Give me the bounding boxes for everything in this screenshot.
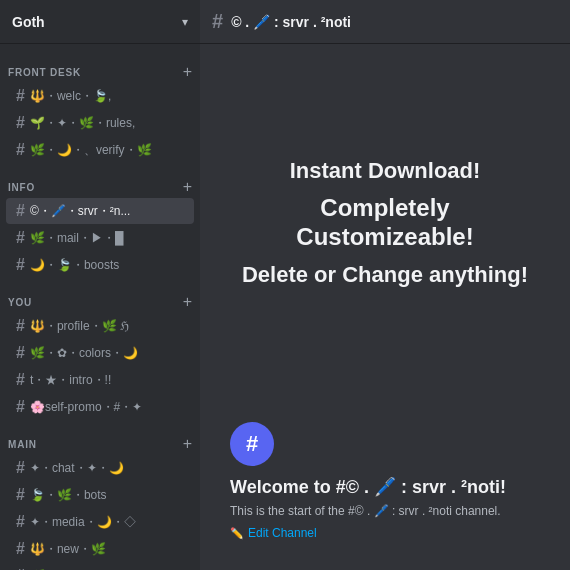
channel-name: ✦・media・🌙・◇ xyxy=(30,514,186,531)
channel-name: 🌙・🍃・boosts xyxy=(30,257,186,274)
server-name: Goth xyxy=(12,14,45,30)
welcome-hash-icon: # xyxy=(246,431,258,457)
hash-icon: # xyxy=(16,513,25,531)
server-header[interactable]: Goth ▾ xyxy=(0,0,200,44)
category-front-desk: FRONT DESK + # 🔱・welc・🍃, # 🌱・✦・🌿・rules, … xyxy=(0,60,200,163)
channel-list: FRONT DESK + # 🔱・welc・🍃, # 🌱・✦・🌿・rules, … xyxy=(0,44,200,570)
channel-item[interactable]: # ✦・media・🌙・◇ xyxy=(6,509,194,535)
category-label: INFO xyxy=(8,182,35,193)
channel-item[interactable]: # 🌿・🌙・、verify・🌿 xyxy=(6,137,194,163)
hash-icon: # xyxy=(16,371,25,389)
hash-icon: # xyxy=(16,256,25,274)
channel-item[interactable]: # 🌱・✦・🌿・rules, xyxy=(6,110,194,136)
content-area: Instant Download! Completely Customizeab… xyxy=(200,44,570,570)
channel-item[interactable]: # 🌙・🍃・boosts xyxy=(6,252,194,278)
hash-icon: # xyxy=(16,398,25,416)
channel-name: 🌿・✿・colors・🌙 xyxy=(30,345,186,362)
category-info: INFO + # ©️・🖊️・srvr・²n... # 🌿・mail・▶・█ #… xyxy=(0,175,200,278)
channel-item-active[interactable]: # ©️・🖊️・srvr・²n... xyxy=(6,198,194,224)
hash-icon: # xyxy=(16,114,25,132)
channel-item[interactable]: # 🌿・✦・new・★ xyxy=(6,563,194,570)
hash-icon: # xyxy=(16,459,25,477)
category-header[interactable]: FRONT DESK + xyxy=(0,60,200,82)
promo-line-3: Delete or Change anything! xyxy=(242,262,528,288)
channel-header: # ©️ . 🖊️ : srvr . ²noti xyxy=(200,0,570,44)
hash-icon: # xyxy=(16,87,25,105)
category-label: MAIN xyxy=(8,439,37,450)
channel-item[interactable]: # ✦・chat・✦・🌙 xyxy=(6,455,194,481)
add-channel-icon[interactable]: + xyxy=(183,64,192,80)
channel-item[interactable]: # 🔱・welc・🍃, xyxy=(6,83,194,109)
add-channel-icon[interactable]: + xyxy=(183,436,192,452)
category-header[interactable]: MAIN + xyxy=(0,432,200,454)
category-header[interactable]: INFO + xyxy=(0,175,200,197)
promo-line-1: Instant Download! xyxy=(290,158,481,184)
welcome-section: # Welcome to #©️ . 🖊️ : srvr . ²noti! Th… xyxy=(230,402,540,540)
channel-name: 🌱・✦・🌿・rules, xyxy=(30,115,186,132)
channel-name: 🌿・mail・▶・█ xyxy=(30,230,186,247)
welcome-channel-icon: # xyxy=(230,422,274,466)
main-content: # ©️ . 🖊️ : srvr . ²noti Instant Downloa… xyxy=(200,0,570,570)
hash-icon: # xyxy=(16,540,25,558)
sidebar: Goth ▾ FRONT DESK + # 🔱・welc・🍃, # 🌱・✦・🌿・… xyxy=(0,0,200,570)
channel-name: 🔱・new・🌿 xyxy=(30,541,186,558)
channel-name: 🌿・🌙・、verify・🌿 xyxy=(30,142,186,159)
category-main: MAIN + # ✦・chat・✦・🌙 # 🍃・🌿・bots # ✦・media… xyxy=(0,432,200,570)
promo-text-area: Instant Download! Completely Customizeab… xyxy=(230,64,540,382)
channel-name: ©️・🖊️・srvr・²n... xyxy=(30,203,186,220)
category-label: FRONT DESK xyxy=(8,67,81,78)
promo-line-2: Completely Customizeable! xyxy=(230,194,540,252)
hash-icon: # xyxy=(16,141,25,159)
chevron-down-icon: ▾ xyxy=(182,15,188,29)
hash-icon: # xyxy=(16,229,25,247)
channel-name: t・★・intro・!! xyxy=(30,372,186,389)
hash-icon: # xyxy=(16,344,25,362)
channel-item[interactable]: # 🔱・profile・🌿 ℌ xyxy=(6,313,194,339)
edit-channel-label: Edit Channel xyxy=(248,526,317,540)
channel-item[interactable]: # 🍃・🌿・bots xyxy=(6,482,194,508)
channel-name: ✦・chat・✦・🌙 xyxy=(30,460,186,477)
channel-item[interactable]: # 🔱・new・🌿 xyxy=(6,536,194,562)
channel-item[interactable]: # 🌿・✿・colors・🌙 xyxy=(6,340,194,366)
hash-icon: # xyxy=(16,486,25,504)
channel-item[interactable]: # 🌿・mail・▶・█ xyxy=(6,225,194,251)
pencil-icon: ✏️ xyxy=(230,527,244,540)
category-header[interactable]: YOU + xyxy=(0,290,200,312)
channel-header-hash-icon: # xyxy=(212,10,223,33)
category-label: YOU xyxy=(8,297,32,308)
hash-icon: # xyxy=(16,202,25,220)
add-channel-icon[interactable]: + xyxy=(183,294,192,310)
channel-name: 🌸self-promo・#・✦ xyxy=(30,399,186,416)
hash-icon: # xyxy=(16,317,25,335)
edit-channel-link[interactable]: ✏️ Edit Channel xyxy=(230,526,540,540)
channel-name: 🍃・🌿・bots xyxy=(30,487,186,504)
welcome-desc: This is the start of the #©️ . 🖊️ : srvr… xyxy=(230,504,540,518)
welcome-title: Welcome to #©️ . 🖊️ : srvr . ²noti! xyxy=(230,476,540,498)
channel-header-name: ©️ . 🖊️ : srvr . ²noti xyxy=(231,14,351,30)
channel-name: 🔱・profile・🌿 ℌ xyxy=(30,318,186,335)
channel-item[interactable]: # 🌸self-promo・#・✦ xyxy=(6,394,194,420)
category-you: YOU + # 🔱・profile・🌿 ℌ # 🌿・✿・colors・🌙 # t… xyxy=(0,290,200,420)
add-channel-icon[interactable]: + xyxy=(183,179,192,195)
channel-item[interactable]: # t・★・intro・!! xyxy=(6,367,194,393)
channel-name: 🔱・welc・🍃, xyxy=(30,88,186,105)
